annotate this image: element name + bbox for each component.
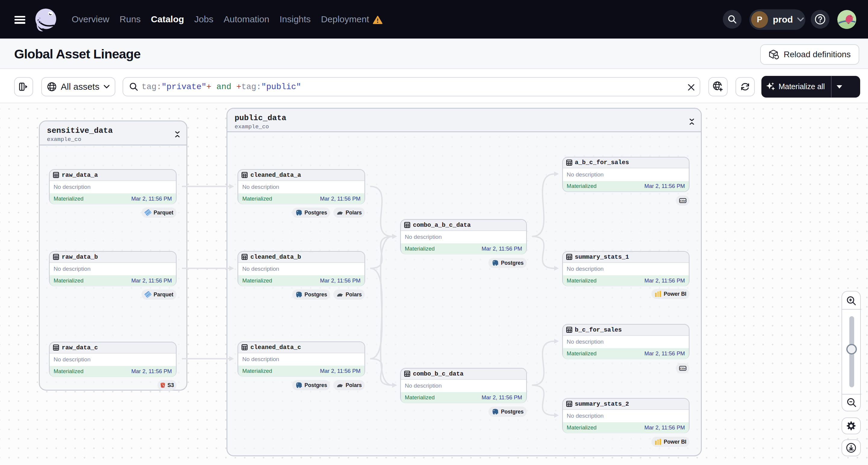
svg-text:CSV: CSV <box>680 199 686 203</box>
svg-text:CSV: CSV <box>680 367 686 370</box>
